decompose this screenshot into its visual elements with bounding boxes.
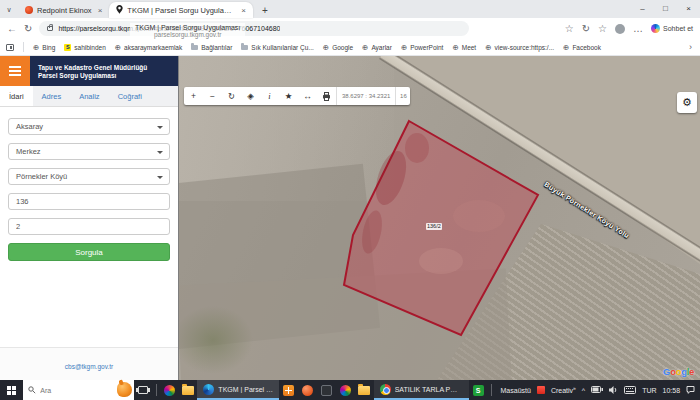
bookmark-item[interactable]: Bing <box>33 43 55 52</box>
notification-center-icon[interactable] <box>686 385 695 395</box>
pinned-app-explorer[interactable] <box>179 380 198 400</box>
bookmark-item[interactable]: Ayarlar <box>362 43 392 52</box>
pinned-app-green[interactable]: S <box>469 380 488 400</box>
tab-close-icon[interactable]: × <box>239 6 246 15</box>
favorites-bar-icon[interactable]: ☆ <box>598 23 607 34</box>
map-canvas[interactable]: Büyük Pörnekler Köyü Yolu 136/2 + − ↻ ◈ … <box>178 56 700 380</box>
bookmark-folder[interactable]: Bağlantılar <box>191 44 232 51</box>
colorful-app-icon <box>164 385 175 396</box>
tab-bar: ∨ Redpoint Ekinox × TKGM | Parsel Sorgu … <box>0 0 700 18</box>
google-attribution: Google <box>663 366 694 377</box>
search-input[interactable] <box>40 387 110 394</box>
app-title-block: Tapu ve Kadastro Genel Müdürlüğü Parsel … <box>30 56 178 86</box>
reload-icon[interactable]: ↻ <box>24 23 32 34</box>
task-window-satilik[interactable]: SATILIK TARLA PÖR... <box>374 380 469 400</box>
pinned-app-media[interactable] <box>336 380 355 400</box>
query-sidebar: Tapu ve Kadastro Genel Müdürlüğü Parsel … <box>0 56 178 380</box>
bookmark-item[interactable]: Meet <box>452 43 476 52</box>
creative-toolbar-label[interactable]: Creativ» <box>551 385 576 394</box>
hidden-icons-chevron[interactable]: ^ <box>582 387 585 394</box>
favorites-icon[interactable]: ★ <box>279 87 298 105</box>
more-menu-icon[interactable]: … <box>633 23 643 34</box>
district-select[interactable]: Merkez <box>8 143 170 160</box>
close-button[interactable]: × <box>677 0 700 18</box>
minimize-button[interactable]: – <box>631 0 654 18</box>
copilot-button[interactable]: Sohbet et <box>651 24 693 33</box>
tab-tkgm[interactable]: TKGM | Parsel Sorgu Uygulaması × <box>109 2 253 18</box>
block-no-input[interactable] <box>8 193 170 210</box>
bookmark-item[interactable]: view-source:https:/... <box>485 43 554 52</box>
address-bar[interactable]: https://parselsorgu.tkgm.gov.tr/#ara/ida… <box>39 21 469 36</box>
query-button[interactable]: Sorgula <box>8 243 170 261</box>
start-button[interactable] <box>0 380 23 400</box>
bookmark-item[interactable]: Google <box>323 43 353 52</box>
volume-icon[interactable] <box>609 386 618 395</box>
pinned-app-office[interactable] <box>298 380 317 400</box>
map-settings-button[interactable]: ⚙ <box>677 92 697 113</box>
refresh-icon[interactable]: ↻ <box>222 87 241 105</box>
info-icon[interactable]: i <box>260 87 279 105</box>
clock[interactable]: 10:58 <box>663 387 681 394</box>
zoom-in-icon[interactable]: + <box>184 87 203 105</box>
orange-grid-app-icon <box>283 385 294 396</box>
photos-app-icon <box>340 385 351 396</box>
bookmark-item[interactable]: PowerPoint <box>401 43 444 52</box>
touch-keyboard-icon[interactable] <box>624 386 636 395</box>
desktop-toolbar-label[interactable]: Masaüstü <box>501 387 531 394</box>
system-tray: Masaüstü Creativ» ^ TUR 10:58 <box>488 384 700 396</box>
hamburger-menu-icon[interactable] <box>0 56 30 86</box>
parcel-no-input[interactable] <box>8 218 170 235</box>
folder-icon <box>241 45 248 50</box>
locate-icon[interactable]: ◈ <box>241 87 260 105</box>
parcel-number-label[interactable]: 136/2 <box>426 223 442 230</box>
coordinates-display: 38.6297 : 34.2321 <box>336 87 395 105</box>
battery-icon[interactable] <box>591 386 603 394</box>
app-header: Tapu ve Kadastro Genel Müdürlüğü Parsel … <box>0 56 178 86</box>
tab-adres[interactable]: Adres <box>33 86 71 106</box>
green-s-app-icon: S <box>473 385 484 396</box>
taskbar-search[interactable] <box>23 380 134 400</box>
gear-icon: ⚙ <box>682 96 692 109</box>
redpoint-favicon-icon <box>25 6 33 14</box>
back-icon[interactable]: ← <box>7 23 17 34</box>
globe-icon <box>362 43 368 52</box>
browser-window: ∨ Redpoint Ekinox × TKGM | Parsel Sorgu … <box>0 0 700 400</box>
bookmark-folder[interactable]: Sık Kullanılanlar Çu... <box>241 44 314 51</box>
zoom-out-icon[interactable]: − <box>203 87 222 105</box>
contact-email-link[interactable]: cbs@tkgm.gov.tr <box>65 363 113 370</box>
print-icon[interactable] <box>317 87 336 105</box>
tab-cografi[interactable]: Coğrafi <box>109 86 151 106</box>
task-view-button[interactable] <box>134 380 153 400</box>
tab-redpoint[interactable]: Redpoint Ekinox × <box>18 2 109 18</box>
url-text[interactable]: https://parselsorgu.tkgm.gov.tr/#ara/ida… <box>58 25 280 32</box>
window-controls: – □ × <box>631 0 700 18</box>
measure-icon[interactable]: ↔ <box>298 87 317 105</box>
divider <box>491 384 492 396</box>
language-indicator[interactable]: TUR <box>642 387 656 394</box>
search-highlight-icon[interactable] <box>117 382 132 397</box>
pinned-app-photos[interactable] <box>160 380 179 400</box>
bookmark-item[interactable]: Facebook <box>563 43 601 52</box>
tab-idari[interactable]: İdari <box>0 86 33 106</box>
pinned-app-orange[interactable] <box>279 380 298 400</box>
favorite-star-icon[interactable]: ☆ <box>565 23 574 34</box>
neighborhood-select[interactable]: Pörnekler Köyü <box>8 168 170 185</box>
task-window-tkgm[interactable]: TKGM | Parsel Sorg... <box>197 380 279 400</box>
bookmarks-overflow-icon[interactable]: › <box>689 42 694 52</box>
bookmark-item[interactable]: aksaraymarkaemlak <box>115 43 182 52</box>
tab-close-icon[interactable]: × <box>96 6 103 15</box>
tab-analiz[interactable]: Analiz <box>70 86 108 106</box>
side-panel-icon[interactable] <box>6 44 14 51</box>
maximize-button[interactable]: □ <box>654 0 677 18</box>
province-select[interactable]: Aksaray <box>8 118 170 135</box>
pinned-app-folder[interactable] <box>355 380 374 400</box>
profile-avatar[interactable] <box>615 24 625 34</box>
tab-search-icon[interactable]: ∨ <box>0 6 18 18</box>
bookmark-item[interactable]: Ssahibinden <box>64 44 105 51</box>
province-value: Aksaray <box>16 122 43 131</box>
collections-icon[interactable]: ↻ <box>582 23 590 34</box>
lock-icon <box>47 26 53 31</box>
pinned-app-dark[interactable] <box>317 380 336 400</box>
search-icon <box>28 386 36 394</box>
new-tab-button[interactable]: + <box>253 5 277 18</box>
